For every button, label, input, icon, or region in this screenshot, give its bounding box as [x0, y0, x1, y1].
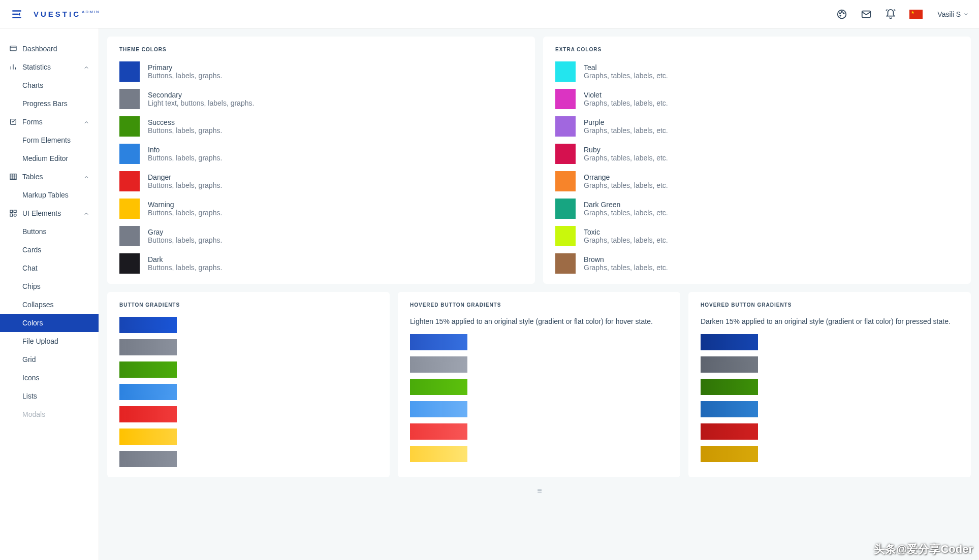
sidebar: Dashboard Statistics Charts Progress Bar…: [0, 28, 99, 560]
gradient-bar: [701, 423, 758, 440]
gradient-bar: [119, 429, 177, 445]
color-info: RubyGraphs, tables, labels, etc.: [584, 146, 668, 162]
svg-rect-9: [10, 210, 13, 213]
gradient-bar: [410, 446, 467, 462]
color-row: SecondaryLight text, buttons, labels, gr…: [119, 89, 523, 109]
svg-point-4: [840, 15, 841, 16]
color-name: Dark Green: [584, 201, 668, 209]
sidebar-sub-icons[interactable]: Icons: [0, 369, 99, 387]
color-info: ToxicGraphs, tables, labels, etc.: [584, 228, 668, 244]
color-swatch: [119, 89, 140, 109]
color-info: DangerButtons, labels, graphs.: [148, 173, 222, 189]
hovered-gradients-card: HOVERED BUTTON GRADIENTS Lighten 15% app…: [398, 292, 680, 477]
color-name: Dark: [148, 255, 222, 263]
gradient-bar: [410, 423, 467, 440]
sidebar-item-label: Statistics: [22, 63, 51, 71]
stats-icon: [9, 63, 17, 71]
color-swatch: [555, 61, 576, 82]
color-swatch: [555, 171, 576, 191]
user-name: Vasili S: [937, 10, 961, 18]
color-row: PrimaryButtons, labels, graphs.: [119, 61, 523, 82]
color-row: SuccessButtons, labels, graphs.: [119, 116, 523, 137]
color-row: DangerButtons, labels, graphs.: [119, 171, 523, 191]
color-row: DarkButtons, labels, graphs.: [119, 253, 523, 274]
color-info: Dark GreenGraphs, tables, labels, etc.: [584, 201, 668, 217]
sidebar-sub-progress-bars[interactable]: Progress Bars: [0, 94, 99, 113]
color-swatch: [119, 144, 140, 164]
sidebar-sub-lists[interactable]: Lists: [0, 387, 99, 405]
svg-rect-8: [10, 174, 16, 180]
gradient-bar: [119, 406, 177, 422]
chevron-up-icon: [83, 64, 89, 70]
sidebar-sub-colors[interactable]: Colors: [0, 314, 99, 332]
color-usage: Graphs, tables, labels, etc.: [584, 236, 668, 244]
sidebar-sub-charts[interactable]: Charts: [0, 76, 99, 94]
sidebar-item-label: Dashboard: [22, 45, 57, 53]
color-swatch: [119, 171, 140, 191]
color-name: Danger: [148, 173, 222, 181]
color-swatch: [119, 226, 140, 246]
sidebar-sub-markup-tables[interactable]: Markup Tables: [0, 186, 99, 204]
color-usage: Buttons, labels, graphs.: [148, 263, 222, 272]
mail-icon[interactable]: [861, 9, 872, 20]
sidebar-sub-file-upload[interactable]: File Upload: [0, 332, 99, 350]
color-row: InfoButtons, labels, graphs.: [119, 144, 523, 164]
color-usage: Graphs, tables, labels, etc.: [584, 209, 668, 217]
gradient-bar: [410, 379, 467, 395]
color-swatch: [555, 199, 576, 219]
svg-rect-6: [10, 46, 16, 51]
card-title: BUTTON GRADIENTS: [119, 302, 377, 308]
color-name: Orrange: [584, 173, 668, 181]
sidebar-sub-chips[interactable]: Chips: [0, 277, 99, 295]
gradient-bar: [410, 401, 467, 417]
sidebar-item-forms[interactable]: Forms: [0, 113, 99, 131]
color-usage: Buttons, labels, graphs.: [148, 154, 222, 162]
sidebar-sub-modals[interactable]: Modals: [0, 405, 99, 423]
svg-point-3: [843, 13, 844, 14]
gradient-bar: [701, 379, 758, 395]
chevron-up-icon: [83, 119, 89, 125]
gradient-bar: [119, 339, 177, 355]
color-swatch: [119, 116, 140, 137]
color-name: Brown: [584, 255, 668, 263]
bell-icon[interactable]: [885, 9, 896, 20]
sidebar-item-label: Forms: [22, 118, 43, 126]
sidebar-sub-medium-editor[interactable]: Medium Editor: [0, 149, 99, 168]
sidebar-sub-cards[interactable]: Cards: [0, 241, 99, 259]
color-swatch: [555, 253, 576, 274]
sidebar-item-ui-elements[interactable]: UI Elements: [0, 204, 99, 222]
color-swatch: [119, 61, 140, 82]
sidebar-sub-collapses[interactable]: Collapses: [0, 295, 99, 314]
user-menu[interactable]: Vasili S: [937, 10, 969, 18]
color-row: VioletGraphs, tables, labels, etc.: [555, 89, 959, 109]
color-swatch: [555, 144, 576, 164]
color-info: SecondaryLight text, buttons, labels, gr…: [148, 91, 254, 107]
sidebar-sub-chat[interactable]: Chat: [0, 259, 99, 277]
gradient-bar: [410, 356, 467, 373]
color-row: RubyGraphs, tables, labels, etc.: [555, 144, 959, 164]
drag-handle-icon[interactable]: ≡: [107, 485, 971, 497]
color-name: Teal: [584, 63, 668, 72]
color-info: TealGraphs, tables, labels, etc.: [584, 63, 668, 80]
sidebar-sub-buttons[interactable]: Buttons: [0, 222, 99, 241]
gradient-bar: [701, 334, 758, 350]
color-usage: Graphs, tables, labels, etc.: [584, 99, 668, 107]
menu-toggle-icon[interactable]: [10, 8, 23, 21]
palette-icon[interactable]: [836, 9, 847, 20]
language-flag-china[interactable]: [909, 10, 923, 19]
card-title: EXTRA COLORS: [555, 47, 959, 52]
sidebar-item-statistics[interactable]: Statistics: [0, 58, 99, 76]
sidebar-item-tables[interactable]: Tables: [0, 168, 99, 186]
logo[interactable]: VUESTICADMIN: [34, 10, 100, 18]
sidebar-sub-form-elements[interactable]: Form Elements: [0, 131, 99, 149]
color-usage: Graphs, tables, labels, etc.: [584, 72, 668, 80]
sidebar-item-dashboard[interactable]: Dashboard: [0, 40, 99, 58]
color-info: BrownGraphs, tables, labels, etc.: [584, 255, 668, 272]
color-row: BrownGraphs, tables, labels, etc.: [555, 253, 959, 274]
forms-icon: [9, 118, 17, 126]
sidebar-sub-grid[interactable]: Grid: [0, 350, 99, 369]
color-swatch: [555, 116, 576, 137]
color-row: ToxicGraphs, tables, labels, etc.: [555, 226, 959, 246]
color-row: Dark GreenGraphs, tables, labels, etc.: [555, 199, 959, 219]
color-swatch: [119, 253, 140, 274]
